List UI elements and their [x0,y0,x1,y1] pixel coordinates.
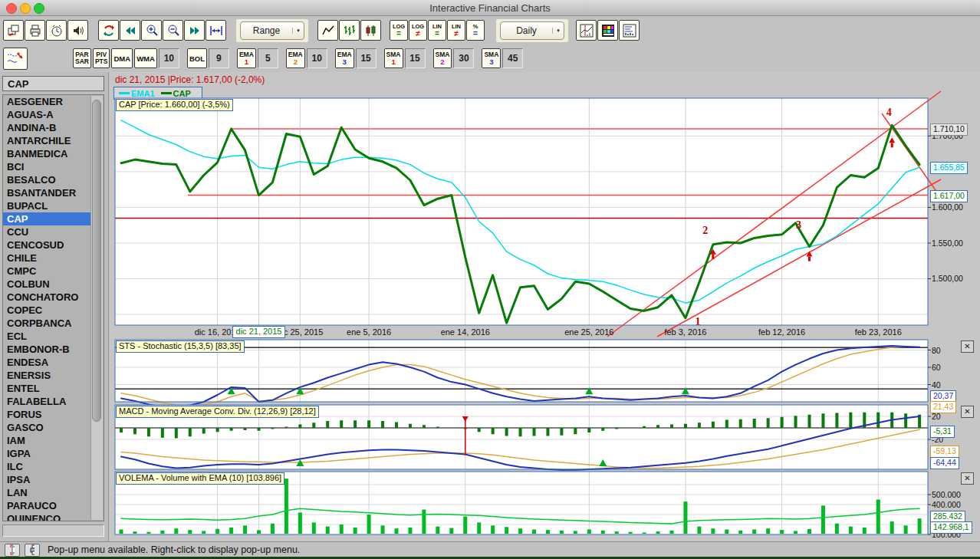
scale-lin-button[interactable]: LIN= [428,20,446,41]
colors-settings-button[interactable] [597,20,618,41]
indicator-period-value[interactable]: 10 [159,48,179,68]
symbol-list-item[interactable]: LAN [3,486,104,499]
y-axis-tick-label: 40 [932,380,941,390]
symbol-list-item[interactable]: CMPC [3,265,104,278]
scale-%-button[interactable]: %= [466,20,485,41]
scale-lin-button[interactable]: LIN≠ [447,20,465,41]
indicator-period-value[interactable]: 15 [356,48,377,68]
scroll-right-button[interactable] [184,20,205,41]
indicator-period-value[interactable]: 5 [258,48,278,68]
print-chart-button[interactable] [25,20,45,41]
line-chart-icon [321,24,335,38]
scale-log-button[interactable]: LOG≠ [409,20,427,41]
close-sts-panel-button[interactable]: ✕ [961,340,974,353]
y-axis-tick-label: 1.600,00 [932,202,963,212]
volume-bar [835,524,839,534]
symbol-list-item[interactable]: QUINENCO [3,512,104,521]
zoom-out-button[interactable] [163,20,183,41]
symbol-list-item[interactable]: GASCO [3,421,104,434]
symbol-list[interactable]: AESGENERAGUAS-AANDINA-BANTARCHILEBANMEDI… [2,94,104,521]
line-chart-button[interactable] [317,20,338,41]
scroll-left-button[interactable] [120,20,140,41]
symbol-list-item[interactable]: CENCOSUD [3,238,104,252]
symbol-list-item[interactable]: CHILE [3,252,104,265]
expand-icon [10,544,15,555]
print-status-button[interactable] [25,544,40,557]
indicator-sma2-button[interactable]: SMA2 [433,48,452,68]
symbol-list-item[interactable]: ENERSIS [3,369,104,382]
new-window-button[interactable] [3,20,24,41]
indicator-wizard-button[interactable] [3,48,28,70]
indicator-ema1-button[interactable]: EMA1 [237,48,256,68]
sound-button[interactable] [67,20,88,41]
symbol-list-item[interactable]: BUPACL [3,199,104,212]
symbol-list-item[interactable]: CCU [3,225,104,238]
timer-button[interactable] [46,20,67,41]
fit-width-button[interactable] [206,20,226,41]
close-volema-panel-button[interactable]: ✕ [961,472,974,485]
fullscreen-button[interactable] [5,544,20,557]
indicator-sma3-button[interactable]: SMA3 [482,48,501,68]
symbol-list-item[interactable]: COLBUN [3,278,104,291]
symbol-list-item[interactable]: BSANTANDER [3,186,104,199]
scale-log-button[interactable]: LOG= [390,20,408,41]
indicator-period-value[interactable]: 10 [307,48,327,68]
indicator-ema2-button[interactable]: EMA2 [286,48,305,68]
candlestick-icon [364,24,378,38]
indicator-ema3-button[interactable]: EMA3 [335,48,354,68]
indicator-piv-pts-button[interactable]: PIVPTS [93,48,110,68]
symbol-list-item[interactable]: CORPBANCA [3,317,104,330]
crosshair-mode-button[interactable] [576,20,597,41]
macd-histogram-bar [560,428,563,436]
symbol-list-item[interactable]: PARAUCO [3,499,104,512]
indicator-sma1-button[interactable]: SMA1 [384,48,403,68]
symbol-list-item[interactable]: ANTARCHILE [3,134,104,147]
zoom-in-button[interactable] [141,20,162,41]
symbol-list-item[interactable]: IAM [3,434,104,447]
symbol-list-item[interactable]: CONCHATORO [3,291,104,304]
symbol-list-item[interactable]: BCI [3,160,104,173]
symbol-list-item[interactable]: ANDINA-B [3,121,104,134]
volume-bar [449,528,453,534]
indicator-period-value[interactable]: 45 [502,48,523,68]
y-axis-tick-label: 400.000 [932,500,961,509]
volume-bar [354,528,357,534]
symbol-list-item[interactable]: AGUAS-A [3,108,104,121]
symbol-list-item[interactable]: FORUS [3,408,104,421]
period-dropdown[interactable]: Daily ▾ [500,21,564,40]
titlebar[interactable]: Interactive Financial Charts [0,0,980,16]
candlestick-chart-button[interactable] [360,20,381,41]
symbol-list-item[interactable]: ENDESA [3,356,104,369]
indicator-period-value[interactable]: 15 [405,48,426,68]
indicator-bol-button[interactable]: BOL [187,48,207,68]
symbol-list-item[interactable]: COPEC [3,304,104,317]
sidebar-scrollbar-thumb[interactable] [92,100,101,422]
symbol-list-item[interactable]: BANMEDICA [3,147,104,160]
symbol-list-item[interactable]: IGPA [3,447,104,460]
data-table-button[interactable] [619,20,640,41]
symbol-list-item[interactable]: IPSA [3,473,104,486]
close-macd-panel-button[interactable]: ✕ [961,406,974,418]
symbol-list-item[interactable]: CAP [3,212,93,225]
symbol-list-item[interactable]: ECL [3,330,104,343]
symbol-list-item[interactable]: EMBONOR-B [3,343,104,356]
refresh-button[interactable] [98,20,119,41]
symbol-input[interactable]: CAP [2,76,104,91]
ohlc-chart-button[interactable] [339,20,360,41]
symbol-list-item[interactable]: ILC [3,460,104,473]
indicator-dma-button[interactable]: DMA [111,48,133,68]
symbol-list-item[interactable]: AESGENER [3,95,104,108]
indicator-wma-button[interactable]: WMA [134,48,157,68]
symbol-list-item[interactable]: BESALCO [3,173,104,186]
indicator-period-value[interactable]: 30 [453,48,474,68]
symbol-list-item[interactable]: FALABELLA [3,395,104,408]
sidebar-scrollbar[interactable] [90,96,103,520]
indicator-par-sar-button[interactable]: PARSAR [73,48,91,68]
price-plot[interactable] [115,98,928,325]
macd-histogram-bar [849,413,852,428]
symbol-list-item[interactable]: ENTEL [3,382,104,395]
macd-histogram-bar [381,421,384,428]
indicator-period-value[interactable]: 9 [209,48,229,68]
range-dropdown[interactable]: Range ▾ [240,21,304,40]
x-axis-date-label: feb 23, 2016 [855,327,902,337]
